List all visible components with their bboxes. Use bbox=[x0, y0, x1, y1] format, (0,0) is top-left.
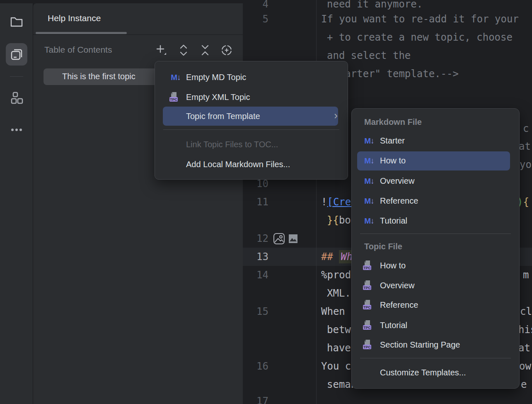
code-line[interactable]: If you want to re-add it for your bbox=[321, 10, 519, 28]
menu-item-empty-md-topic[interactable]: M↓ Empty MD Topic bbox=[155, 67, 348, 87]
more-dots-icon bbox=[9, 122, 24, 137]
locate-element-button[interactable] bbox=[219, 42, 235, 58]
submenu-item-md-reference[interactable]: M↓ Reference bbox=[352, 191, 519, 211]
submenu-item-tpc-tutorial[interactable]: TPC Tutorial bbox=[352, 315, 519, 335]
tpc-file-icon: TPC bbox=[363, 299, 376, 310]
code-fragment: ow bbox=[519, 357, 531, 375]
code-line[interactable]: When bbox=[321, 302, 345, 321]
panel-header: Help Instance bbox=[33, 3, 243, 35]
submenu-header-topic: Topic File bbox=[364, 242, 402, 251]
collapse-all-button[interactable] bbox=[197, 42, 213, 58]
menu-item-add-local-markdown[interactable]: Add Local Markdown Files... bbox=[155, 154, 348, 174]
line-number: 15 bbox=[243, 302, 268, 321]
target-icon bbox=[220, 44, 233, 56]
markdown-file-icon: M↓ bbox=[363, 156, 376, 165]
new-topic-menu: M↓ Empty MD Topic TPC Empty XML Topic To… bbox=[155, 61, 348, 180]
structure-icon bbox=[9, 90, 24, 105]
markdown-file-icon: M↓ bbox=[363, 196, 376, 206]
svg-text:TPC: TPC bbox=[170, 97, 178, 102]
line-number: 17 bbox=[243, 392, 268, 404]
svg-text:TPC: TPC bbox=[363, 305, 371, 309]
code-fragment: m bbox=[523, 266, 529, 284]
menu-separator bbox=[163, 129, 339, 130]
add-topic-button[interactable] bbox=[154, 42, 169, 58]
submenu-header-markdown: Markdown File bbox=[364, 117, 422, 127]
code-line[interactable]: + to create a new topic, choose bbox=[327, 28, 518, 46]
code-heading-token: ## bbox=[321, 251, 333, 263]
writerside-tool-button[interactable] bbox=[6, 43, 27, 66]
more-tools-button[interactable] bbox=[6, 119, 27, 141]
tpc-file-icon: TPC bbox=[363, 260, 376, 271]
line-number: 5 bbox=[243, 10, 268, 28]
toc-toolbar-label: Table of Contents bbox=[44, 45, 112, 55]
submenu-item-section-starting-page[interactable]: TPC Section Starting Page bbox=[352, 335, 519, 355]
code-fragment: at bbox=[518, 339, 530, 357]
ide-window: Help Instance Table of Contents bbox=[0, 0, 532, 404]
code-fragment: yo bbox=[520, 156, 532, 174]
tpc-file-icon: TPC bbox=[363, 339, 376, 350]
template-submenu: Markdown File M↓ Starter M↓ How to M↓ Ov… bbox=[351, 108, 520, 389]
expand-all-icon bbox=[178, 44, 189, 56]
panel-title[interactable]: Help Instance bbox=[48, 13, 101, 23]
submenu-separator bbox=[360, 358, 511, 358]
line-number-current: 13 bbox=[243, 248, 268, 266]
submenu-item-starter[interactable]: M↓ Starter bbox=[352, 131, 519, 151]
left-tool-strip bbox=[0, 3, 33, 404]
structure-tool-button[interactable] bbox=[6, 87, 27, 109]
collapse-all-icon bbox=[199, 44, 211, 56]
submenu-item-md-tutorial[interactable]: M↓ Tutorial bbox=[352, 211, 519, 231]
svg-text:TPC: TPC bbox=[363, 326, 371, 330]
submenu-item-tpc-reference[interactable]: TPC Reference bbox=[352, 295, 519, 315]
submenu-item-md-overview[interactable]: M↓ Overview bbox=[352, 171, 519, 191]
submenu-arrow-icon: › bbox=[334, 109, 338, 122]
line-number: 14 bbox=[243, 266, 268, 284]
tpc-file-icon: TPC bbox=[363, 280, 376, 291]
folder-icon bbox=[10, 15, 24, 29]
code-token: ! bbox=[321, 196, 327, 208]
strip-divider bbox=[10, 76, 23, 77]
project-tool-button[interactable] bbox=[6, 10, 27, 33]
markdown-file-icon: M↓ bbox=[363, 176, 376, 186]
svg-text:TPC: TPC bbox=[363, 345, 371, 349]
code-fragment: e bbox=[521, 375, 527, 394]
line-number: 12 bbox=[243, 229, 268, 248]
expand-all-button[interactable] bbox=[176, 42, 191, 58]
code-fragment: c bbox=[523, 119, 529, 138]
line-number: 11 bbox=[243, 193, 268, 211]
svg-text:TPC: TPC bbox=[363, 286, 371, 290]
code-line[interactable]: have bbox=[327, 339, 351, 357]
tpc-file-icon: TPC bbox=[363, 320, 376, 331]
line-number: 16 bbox=[243, 357, 268, 375]
active-tab-indicator bbox=[36, 32, 127, 34]
markdown-file-icon: M↓ bbox=[363, 136, 376, 146]
markdown-file-icon: M↓ bbox=[169, 73, 182, 82]
menu-item-topic-from-template[interactable]: Topic from Template › bbox=[155, 106, 348, 126]
code-fragment: his bbox=[518, 321, 532, 339]
toc-item-label: This is the first topic bbox=[62, 72, 135, 81]
submenu-item-customize-templates[interactable]: Customize Templates... bbox=[352, 363, 519, 382]
menu-item-empty-xml-topic[interactable]: TPC Empty XML Topic bbox=[155, 87, 348, 107]
plus-dropdown-icon bbox=[155, 44, 168, 56]
code-fragment: cl bbox=[520, 302, 532, 321]
code-fragment: at bbox=[519, 137, 531, 156]
copy-pages-icon bbox=[9, 46, 24, 62]
submenu-item-tpc-how-to[interactable]: TPC How to bbox=[352, 256, 519, 275]
image-file-icon[interactable] bbox=[289, 198, 325, 280]
menu-item-link-topic-files: Link Topic Files to TOC... bbox=[155, 134, 348, 154]
code-line[interactable]: XML. bbox=[327, 284, 351, 302]
svg-text:TPC: TPC bbox=[363, 266, 371, 270]
markdown-file-icon: M↓ bbox=[363, 216, 376, 226]
submenu-item-md-how-to[interactable]: M↓ How to bbox=[352, 151, 519, 170]
submenu-item-tpc-overview[interactable]: TPC Overview bbox=[352, 275, 519, 295]
code-token: { bbox=[523, 196, 529, 208]
tpc-file-icon: TPC bbox=[169, 92, 182, 102]
submenu-separator bbox=[360, 234, 511, 234]
code-token: }{ bbox=[327, 214, 339, 226]
